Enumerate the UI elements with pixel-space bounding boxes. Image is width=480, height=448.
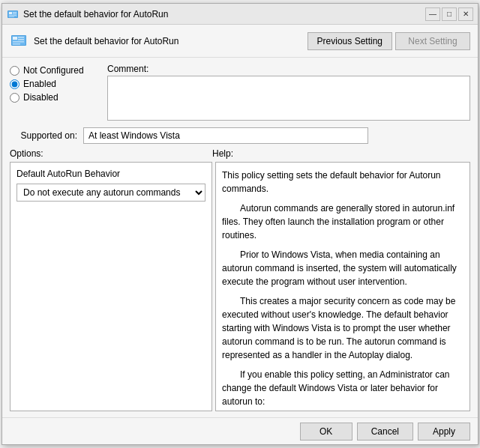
help-panel: This policy setting sets the default beh… bbox=[215, 162, 470, 411]
section-headers: Options: Help: bbox=[10, 148, 470, 159]
supported-row: Supported on: At least Windows Vista bbox=[10, 127, 470, 144]
svg-rect-2 bbox=[9, 12, 12, 14]
main-window: Set the default behavior for AutoRun — □… bbox=[2, 3, 478, 445]
not-configured-option[interactable]: Not Configured bbox=[10, 65, 100, 76]
enabled-radio[interactable] bbox=[10, 79, 20, 89]
window-icon bbox=[7, 8, 19, 20]
header-icon bbox=[10, 32, 28, 50]
svg-rect-12 bbox=[13, 41, 24, 43]
options-panel: Default AutoRun Behavior Do not execute … bbox=[10, 162, 212, 411]
close-button[interactable]: ✕ bbox=[458, 7, 473, 21]
help-para-2: Autorun commands are generally stored in… bbox=[222, 202, 464, 242]
comment-textarea[interactable] bbox=[107, 76, 470, 121]
not-configured-radio[interactable] bbox=[10, 66, 20, 76]
comment-label: Comment: bbox=[107, 64, 470, 74]
maximize-button[interactable]: □ bbox=[442, 7, 457, 21]
svg-rect-11 bbox=[18, 39, 24, 40]
header-title-area: Set the default behavior for AutoRun bbox=[10, 32, 178, 50]
not-configured-label: Not Configured bbox=[23, 65, 84, 76]
apply-button[interactable]: Apply bbox=[418, 423, 470, 441]
radio-config-row: Not Configured Enabled Disabled Comment: bbox=[10, 64, 470, 123]
footer: OK Cancel Apply bbox=[2, 417, 478, 444]
supported-value: At least Windows Vista bbox=[83, 127, 368, 144]
svg-rect-9 bbox=[13, 37, 17, 40]
svg-rect-5 bbox=[9, 15, 16, 16]
help-para-4: This creates a major security concern as… bbox=[222, 294, 464, 362]
header-title-text: Set the default behavior for AutoRun bbox=[34, 36, 178, 46]
previous-setting-button[interactable]: Previous Setting bbox=[308, 32, 392, 50]
panels-row: Default AutoRun Behavior Do not execute … bbox=[10, 162, 470, 411]
options-title: Default AutoRun Behavior bbox=[16, 169, 206, 179]
svg-rect-3 bbox=[13, 12, 16, 13]
options-section-header: Options: bbox=[10, 148, 212, 159]
disabled-option[interactable]: Disabled bbox=[10, 92, 100, 103]
enabled-option[interactable]: Enabled bbox=[10, 79, 100, 89]
help-para-5: If you enable this policy setting, an Ad… bbox=[222, 368, 464, 408]
header-bar: Set the default behavior for AutoRun Pre… bbox=[2, 25, 478, 58]
window-title: Set the default behavior for AutoRun bbox=[23, 9, 168, 19]
svg-rect-6 bbox=[9, 16, 14, 17]
next-setting-button[interactable]: Next Setting bbox=[395, 32, 470, 50]
ok-button[interactable]: OK bbox=[300, 423, 352, 441]
disabled-radio[interactable] bbox=[10, 93, 20, 103]
svg-rect-13 bbox=[13, 43, 20, 45]
supported-label: Supported on: bbox=[10, 130, 77, 141]
title-controls: — □ ✕ bbox=[425, 7, 473, 21]
autorun-behavior-dropdown[interactable]: Do not execute any autorun commands Auto… bbox=[16, 184, 206, 202]
cancel-button[interactable]: Cancel bbox=[357, 423, 413, 441]
disabled-label: Disabled bbox=[23, 92, 58, 103]
main-content: Not Configured Enabled Disabled Comment:… bbox=[2, 58, 478, 417]
help-para-3: Prior to Windows Vista, when media conta… bbox=[222, 248, 464, 288]
radio-group: Not Configured Enabled Disabled bbox=[10, 64, 100, 103]
svg-rect-4 bbox=[13, 13, 16, 14]
enabled-label: Enabled bbox=[23, 79, 56, 89]
minimize-button[interactable]: — bbox=[425, 7, 440, 21]
header-buttons: Previous Setting Next Setting bbox=[308, 32, 470, 50]
title-bar: Set the default behavior for AutoRun — □… bbox=[2, 4, 478, 25]
title-bar-left: Set the default behavior for AutoRun bbox=[7, 8, 168, 20]
bottom-section: Options: Help: Default AutoRun Behavior … bbox=[10, 148, 470, 411]
help-para-1: This policy setting sets the default beh… bbox=[222, 169, 464, 196]
svg-rect-10 bbox=[18, 37, 24, 38]
comment-area: Comment: bbox=[107, 64, 470, 123]
help-section-header: Help: bbox=[212, 148, 470, 159]
